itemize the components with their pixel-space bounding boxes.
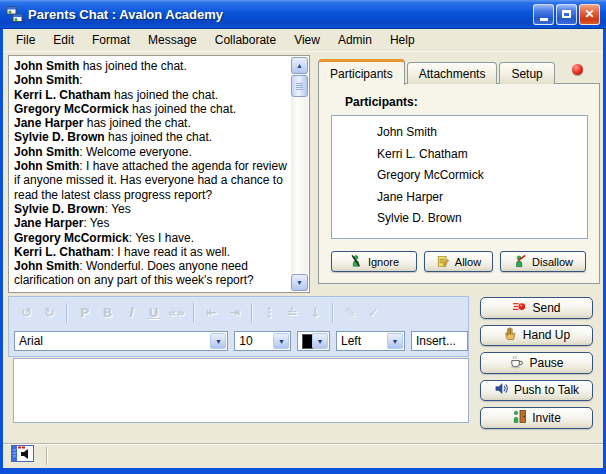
- format-toolbar: ↺↻PBIU«»⇤⇥⋮≐↓✎✓ Arial ▼ 10 ▼ ▼ Left ▼ In…: [8, 296, 469, 357]
- undo-icon[interactable]: ↺: [15, 302, 38, 324]
- chat-message: Kerri L. Chatham: I have read it as well…: [14, 245, 290, 259]
- chevron-down-icon[interactable]: ▼: [273, 333, 289, 349]
- participant-action-buttons: IgnoreAllowDisallow: [331, 251, 586, 272]
- chat-message: Sylvie D. Brown: Yes: [14, 202, 290, 216]
- right-panel-tabs: ParticipantsAttachmentsSetup: [318, 58, 557, 84]
- baseline-icon[interactable]: ≐: [281, 302, 304, 324]
- button-label: Invite: [532, 411, 561, 425]
- invite-button[interactable]: Invite: [480, 407, 593, 429]
- participants-tab-panel: Participants: John SmithKerri L. Chatham…: [318, 83, 600, 284]
- font-size-select[interactable]: 10 ▼: [234, 331, 291, 351]
- maximize-icon: [562, 10, 571, 18]
- chat-messages: John Smith has joined the chat.John Smit…: [9, 56, 292, 292]
- toolbar-separator: [193, 303, 195, 323]
- format-toolbar-icons: ↺↻PBIU«»⇤⇥⋮≐↓✎✓: [9, 297, 468, 328]
- participant-item[interactable]: John Smith: [332, 122, 587, 144]
- redo-icon[interactable]: ↻: [38, 302, 61, 324]
- scroll-up-icon[interactable]: ▲: [291, 57, 308, 74]
- chevron-down-icon[interactable]: ▼: [210, 333, 226, 349]
- send-button[interactable]: Send: [480, 297, 593, 319]
- toolbar-separator: [66, 303, 68, 323]
- menu-item-collaborate[interactable]: Collaborate: [206, 30, 285, 50]
- bold-icon[interactable]: B: [96, 302, 119, 324]
- menu-item-message[interactable]: Message: [139, 30, 206, 50]
- chat-message: John Smith:: [14, 73, 290, 87]
- audio-window-icon[interactable]: [11, 445, 35, 467]
- participant-item[interactable]: Gregory McCormick: [332, 165, 587, 187]
- allow-button[interactable]: Allow: [424, 251, 493, 272]
- font-family-value: Arial: [19, 334, 43, 348]
- push-to-talk-button[interactable]: Push to Talk: [480, 380, 593, 402]
- window-controls: ✕: [533, 4, 600, 25]
- participants-label: Participants:: [345, 95, 418, 109]
- list-icon[interactable]: ⋮: [258, 302, 281, 324]
- font-size-value: 10: [239, 334, 252, 348]
- format-toolbar-combos: Arial ▼ 10 ▼ ▼ Left ▼ Insert...: [9, 328, 468, 351]
- alignment-value: Left: [341, 334, 361, 348]
- underline-icon[interactable]: U: [142, 302, 165, 324]
- participant-item[interactable]: Kerri L. Chatham: [332, 144, 587, 166]
- tab-attachments[interactable]: Attachments: [407, 62, 498, 84]
- message-input[interactable]: [13, 358, 469, 423]
- participant-item[interactable]: Jane Harper: [332, 187, 587, 209]
- font-family-select[interactable]: Arial ▼: [14, 331, 228, 351]
- font-effects-icon[interactable]: ✎: [339, 302, 362, 324]
- italic-icon[interactable]: I: [119, 302, 142, 324]
- titlebar[interactable]: Parents Chat : Avalon Academy ✕: [0, 0, 606, 29]
- menu-item-help[interactable]: Help: [381, 30, 424, 50]
- chat-message: John Smith: Wonderful. Does anyone need …: [14, 259, 290, 288]
- spellcheck-icon[interactable]: ✓: [362, 302, 385, 324]
- participant-item[interactable]: Sylvie D. Brown: [332, 208, 587, 230]
- status-bar: [3, 443, 603, 468]
- alignment-select[interactable]: Left ▼: [336, 331, 405, 351]
- chevron-down-icon[interactable]: ▼: [312, 333, 328, 349]
- chat-message: John Smith: Welcome everyone.: [14, 145, 290, 159]
- button-label: Allow: [455, 256, 481, 268]
- outdent-icon[interactable]: ⇤: [200, 302, 223, 324]
- chevron-down-icon[interactable]: ▼: [387, 333, 403, 349]
- maximize-button[interactable]: [556, 4, 577, 25]
- push-to-talk-icon: [494, 381, 509, 399]
- tab-setup[interactable]: Setup: [499, 62, 554, 84]
- window-client-area: FileEditFormatMessageCollaborateViewAdmi…: [3, 29, 603, 468]
- disallow-button[interactable]: Disallow: [500, 251, 586, 272]
- ignore-icon: [349, 254, 363, 270]
- scrollbar-thumb[interactable]: [291, 75, 308, 97]
- button-label: Send: [532, 301, 560, 315]
- button-label: Pause: [529, 356, 563, 370]
- font-color-select[interactable]: ▼: [297, 331, 330, 351]
- insert-field[interactable]: Insert...: [411, 331, 468, 351]
- indent-icon[interactable]: ⇥: [223, 302, 246, 324]
- sort-descending-icon[interactable]: ↓: [304, 302, 327, 324]
- chat-message: John Smith has joined the chat.: [14, 59, 290, 73]
- participants-list[interactable]: John SmithKerri L. ChathamGregory McCorm…: [331, 115, 588, 239]
- quote-icon[interactable]: «»: [165, 302, 188, 324]
- menu-item-format[interactable]: Format: [83, 30, 139, 50]
- pause-icon: [509, 354, 524, 372]
- window-title: Parents Chat : Avalon Academy: [28, 7, 528, 22]
- menu-item-admin[interactable]: Admin: [329, 30, 381, 50]
- allow-icon: [436, 254, 450, 270]
- tab-participants[interactable]: Participants: [318, 59, 405, 85]
- scroll-down-icon[interactable]: ▼: [291, 274, 308, 291]
- action-button-stack: SendHand UpPausePush to TalkInvite: [480, 297, 593, 429]
- menu-item-edit[interactable]: Edit: [44, 30, 83, 50]
- disallow-icon: [513, 254, 527, 270]
- chat-message: John Smith: I have attached the agenda f…: [14, 159, 290, 202]
- hand-up-button[interactable]: Hand Up: [480, 325, 593, 347]
- record-dot: [572, 64, 583, 75]
- chat-message: Gregory McCormick has joined the chat.: [14, 102, 290, 116]
- close-button[interactable]: ✕: [579, 4, 600, 25]
- minimize-button[interactable]: [533, 4, 554, 25]
- pause-button[interactable]: Pause: [480, 352, 593, 374]
- menu-item-view[interactable]: View: [285, 30, 329, 50]
- ignore-button[interactable]: Ignore: [331, 251, 417, 272]
- menu-item-file[interactable]: File: [7, 30, 44, 50]
- paragraph-icon[interactable]: P: [73, 302, 96, 324]
- minimize-icon: [540, 18, 548, 21]
- statusbar-separator: [46, 447, 48, 465]
- chat-scrollbar[interactable]: ▲ ▼: [291, 57, 308, 291]
- chat-app-icon: [6, 6, 23, 23]
- chat-message: Jane Harper has joined the chat.: [14, 116, 290, 130]
- chat-message: Kerri L. Chatham has joined the chat.: [14, 88, 290, 102]
